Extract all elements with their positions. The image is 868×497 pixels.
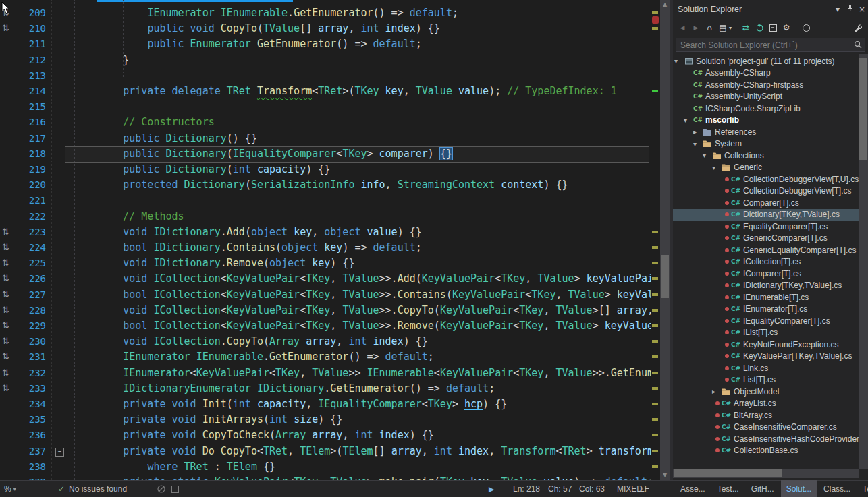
tree-expanded-icon[interactable]: ▾ — [674, 57, 683, 65]
tree-item[interactable]: C#CollectionBase.cs — [673, 445, 859, 457]
tree-item[interactable]: C#IEnumerable[T].cs — [673, 291, 859, 303]
code-line[interactable]: } — [65, 53, 651, 68]
solution-tree[interactable]: ▾Solution 'project-gui' (11 of 11 projec… — [673, 55, 859, 469]
tree-item[interactable]: C#GenericComparer[T].cs — [673, 233, 859, 245]
tool-window-tab[interactable]: Tea... — [857, 480, 868, 497]
code-line[interactable]: public void CopyTo(TValue[] array, int i… — [65, 21, 651, 36]
tool-window-tab[interactable]: Asse... — [675, 480, 711, 497]
line-number[interactable]: 225 — [8, 256, 46, 271]
line-number[interactable]: 222 — [8, 209, 46, 225]
tree-item[interactable]: C#IEnumerator[T].cs — [673, 303, 859, 316]
issues-message[interactable]: No issues found — [69, 481, 127, 497]
code-line[interactable]: void ICollection.CopyTo(Array array, int… — [65, 334, 651, 349]
line-number[interactable]: 216 — [8, 115, 46, 130]
line-number[interactable]: 212 — [8, 53, 46, 68]
line-number[interactable]: 223 — [8, 225, 46, 240]
tree-collapsed-icon[interactable]: ▸ — [693, 128, 702, 136]
line-number-gutter[interactable]: 2092102112122132142152162172182192202212… — [13, 0, 51, 480]
line-number[interactable]: 227 — [8, 287, 46, 303]
line-number[interactable]: 221 — [8, 193, 46, 208]
close-icon[interactable]: × — [856, 5, 868, 14]
tree-item[interactable]: C#CaseInsensitiveComparer.cs — [673, 421, 859, 434]
line-number[interactable]: 211 — [8, 36, 46, 52]
tree-item[interactable]: C#CollectionDebuggerView[T].cs — [673, 185, 859, 198]
pin-icon[interactable] — [844, 5, 856, 14]
tree-item[interactable]: C#IEqualityComparer[T].cs — [673, 315, 859, 327]
tree-item[interactable]: C#IComparer[T].cs — [673, 268, 859, 280]
play-icon[interactable]: ▶ — [489, 481, 494, 497]
code-line[interactable]: public Dictionary(int capacity) {} — [65, 162, 651, 177]
line-number[interactable]: 232 — [8, 366, 46, 381]
code-line[interactable]: private void CopyToCheck(Array array, in… — [65, 428, 651, 443]
tree-item[interactable]: ▸References — [673, 126, 859, 138]
tree-collapsed-icon[interactable]: ▸ — [712, 388, 721, 395]
tree-item[interactable]: C#Comparer[T].cs — [673, 197, 859, 209]
code-line[interactable]: void ICollection<KeyValuePair<TKey, TVal… — [65, 303, 651, 318]
tree-expanded-icon[interactable]: ▾ — [712, 164, 721, 171]
tree-item[interactable]: ▸ObjectModel — [673, 386, 859, 398]
line-indicator[interactable]: Ln: 218 — [513, 481, 540, 497]
encoding-indicator[interactable]: MIXED — [617, 481, 643, 497]
scrollbar-thumb[interactable] — [859, 58, 867, 160]
tree-item[interactable]: ▾Generic — [673, 162, 859, 174]
search-input[interactable] — [676, 38, 865, 52]
scope-icon[interactable]: ▤ — [717, 22, 728, 33]
code-line[interactable]: bool IDictionary.Contains(object key) =>… — [65, 240, 651, 256]
code-line[interactable]: private delegate TRet Transform<TRet>(TK… — [65, 84, 651, 99]
line-number[interactable]: 237 — [8, 444, 46, 459]
code-line[interactable]: void ICollection<KeyValuePair<TKey, TVal… — [65, 271, 651, 287]
line-number[interactable]: 226 — [8, 271, 46, 287]
line-number[interactable]: 213 — [8, 68, 46, 84]
line-number[interactable]: 220 — [8, 177, 46, 193]
tree-item[interactable]: C#Assembly-CSharp-firstpass — [673, 79, 859, 91]
fold-collapse-icon[interactable]: − — [55, 448, 64, 457]
code-line[interactable]: IEnumerator<KeyValuePair<TKey, TValue>> … — [65, 366, 651, 381]
tree-item[interactable]: ▾Collections — [673, 150, 859, 162]
scrollbar-thumb[interactable] — [674, 469, 782, 477]
properties-icon[interactable]: ⚙ — [781, 22, 792, 33]
tree-item[interactable]: C#ICollection[T].cs — [673, 256, 859, 268]
line-number[interactable]: 215 — [8, 99, 46, 115]
tree-item[interactable]: C#CaseInsensitiveHashCodeProvider.cs — [673, 433, 859, 445]
home-icon[interactable]: ⌂ — [704, 22, 715, 33]
tree-item[interactable]: C#KeyNotFoundException.cs — [673, 339, 859, 351]
tree-item[interactable]: C#GenericEqualityComparer[T].cs — [673, 244, 859, 256]
char-indicator[interactable]: Ch: 57 — [548, 481, 572, 497]
tree-item[interactable]: C#EqualityComparer[T].cs — [673, 221, 859, 233]
code-line[interactable]: IEnumerator IEnumerable.GetEnumerator() … — [65, 349, 651, 365]
code-line[interactable]: // Constructors — [65, 115, 651, 130]
collapse-all-icon[interactable]: − — [767, 22, 778, 33]
status-extra-icon[interactable] — [171, 481, 179, 497]
preview-icon[interactable] — [801, 22, 811, 33]
line-number[interactable]: 209 — [8, 5, 46, 21]
eol-indicator[interactable]: LF — [640, 481, 649, 497]
code-line[interactable] — [65, 193, 651, 208]
column-indicator[interactable]: Col: 63 — [579, 481, 605, 497]
line-number[interactable]: 230 — [8, 334, 46, 349]
code-line[interactable]: // Methods — [65, 209, 651, 225]
code-line[interactable]: private void InitArrays(int size) {} — [65, 412, 651, 428]
watch-toggle-icon[interactable] — [157, 481, 166, 497]
solution-explorer-vertical-scrollbar[interactable] — [859, 54, 868, 469]
tool-window-tab[interactable]: Solut... — [781, 480, 817, 497]
tree-item[interactable]: C#ICSharpCode.SharpZipLib — [673, 103, 859, 115]
code-line[interactable]: public Dictionary(IEqualityComparer<TKey… — [65, 146, 651, 162]
code-area[interactable]: IEnumerator IEnumerable.GetEnumerator() … — [65, 0, 651, 480]
scroll-down-icon[interactable]: ▼ — [660, 472, 670, 478]
code-line[interactable]: IEnumerator IEnumerable.GetEnumerator() … — [65, 5, 651, 21]
code-line[interactable]: bool ICollection<KeyValuePair<TKey, TVal… — [65, 287, 651, 303]
line-number[interactable]: 218 — [8, 146, 46, 162]
tree-expanded-icon[interactable]: ▾ — [693, 140, 702, 148]
line-number[interactable]: 235 — [8, 412, 46, 428]
code-line[interactable]: private static KeyValuePair<TKey, TValue… — [65, 475, 651, 480]
forward-icon[interactable]: ▶ — [690, 22, 701, 33]
tree-item[interactable]: C#IDictionary[TKey,TValue].cs — [673, 280, 859, 292]
line-number[interactable]: 210 — [8, 21, 46, 36]
refresh-icon[interactable] — [754, 22, 765, 33]
back-icon[interactable]: ◀ — [677, 22, 688, 33]
code-line[interactable] — [65, 68, 651, 84]
tree-item[interactable]: C#IList[T].cs — [673, 327, 859, 339]
scrollbar-thumb[interactable] — [661, 255, 669, 298]
code-line[interactable]: protected Dictionary(SerializationInfo i… — [65, 177, 651, 193]
code-line[interactable]: bool ICollection<KeyValuePair<TKey, TVal… — [65, 318, 651, 334]
